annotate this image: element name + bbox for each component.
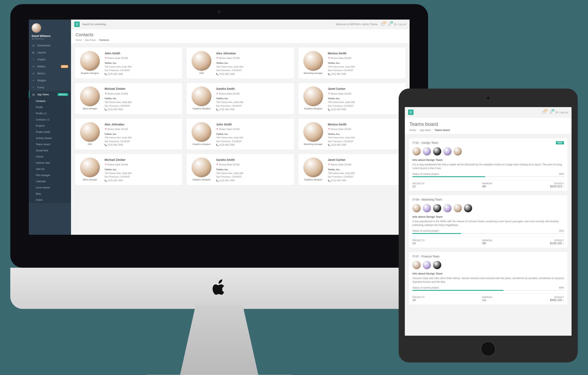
user-role[interactable]: Art Director	[32, 37, 68, 40]
team-name: IT-07 - Finance Team	[412, 255, 440, 258]
sidebar-item-widgets[interactable]: ✦Widgets	[29, 77, 71, 84]
sidebar-subitem-blog[interactable]: Blog	[29, 191, 71, 197]
team-member-avatar[interactable]	[433, 147, 441, 155]
bell-notification[interactable]: 8	[388, 22, 391, 26]
projects-label: PROJECTS	[412, 182, 425, 185]
contact-name: Sandra Smith	[216, 158, 243, 162]
sidebar-subitem-profile-v-2[interactable]: Profile v.2	[29, 110, 71, 117]
contact-avatar	[80, 51, 100, 71]
sidebar-item-forms[interactable]: ✎Forms‹	[29, 84, 71, 91]
contact-card[interactable]: Graphics designerJanet CartonRiviera Sta…	[298, 83, 406, 114]
breadcrumb-item[interactable]: App views	[416, 129, 431, 132]
progress-bar	[412, 176, 564, 177]
contact-card[interactable]: Graphics designerJohn SmithRiviera State…	[75, 47, 183, 79]
sidebar-item-mailbox[interactable]: ✉Mailbox16/24	[29, 63, 71, 70]
bell-notification[interactable]: 8	[549, 110, 553, 114]
contact-card[interactable]: Sales managerMichael ZimberRiviera State…	[75, 83, 183, 114]
team-card[interactable]: IT-01 - Design TeamNEWInfo about Design …	[409, 138, 568, 191]
team-members	[412, 261, 564, 269]
sidebar-subitem-project-detail[interactable]: Project detail	[29, 129, 71, 135]
team-member-avatar[interactable]	[423, 147, 431, 155]
nav-label: App Views	[37, 93, 49, 96]
sidebar-item-dashboards[interactable]: ▥Dashboards‹	[29, 42, 71, 49]
sidebar-subitem-file-manager[interactable]: File manager	[29, 172, 71, 178]
sidebar-profile[interactable]: David Williams Art Director	[29, 20, 71, 42]
ipad-device: 16 8 Log out Teams board HomeApp viewsTe…	[399, 88, 578, 363]
sidebar-subitem-calendar[interactable]: Calendar	[29, 178, 71, 184]
contact-card[interactable]: Graphics designerJanet CartonRiviera Sta…	[298, 154, 406, 185]
sidebar-subitem-contacts[interactable]: Contacts	[29, 98, 71, 104]
sidebar-subitem-outlook-view[interactable]: Outlook view	[29, 160, 71, 166]
team-card[interactable]: IT-04 - Marketing TeamInfo about Design …	[409, 195, 568, 248]
projects-label: PROJECTS	[412, 296, 425, 298]
contact-card[interactable]: Marketing managerMonica SmithRiviera Sta…	[298, 118, 406, 150]
contact-card[interactable]: Marketing managerMonica SmithRiviera Sta…	[298, 47, 406, 79]
team-member-avatar[interactable]	[443, 204, 452, 212]
sidebar-subitem-clients[interactable]: Clients	[29, 154, 71, 160]
sidebar-subitem-vote-list[interactable]: Vote list	[29, 166, 71, 172]
contact-address1: 795 Folsom Ave, Suite 600	[328, 136, 355, 140]
contact-phone: (123) 456-7890	[105, 179, 132, 182]
logout-link[interactable]: Log out	[556, 111, 568, 114]
contact-name: Janet Carton	[328, 86, 355, 91]
contact-name: Sandra Smith	[216, 86, 243, 91]
contact-role: Graphics designer	[190, 179, 213, 181]
team-member-avatar[interactable]	[454, 204, 462, 212]
menu-toggle-button[interactable]	[408, 109, 413, 115]
team-name: IT-01 - Design Team	[412, 141, 438, 144]
team-member-avatar[interactable]	[423, 261, 431, 269]
contact-phone: (123) 456-7890	[216, 72, 243, 76]
sidebar-item-metrics[interactable]: ◔Metrics	[29, 70, 71, 77]
team-member-avatar[interactable]	[443, 147, 452, 155]
contact-card[interactable]: Sales managerMichael ZimberRiviera State…	[75, 154, 183, 185]
search-input[interactable]	[82, 23, 136, 26]
team-member-avatar[interactable]	[412, 147, 421, 155]
team-member-avatar[interactable]	[412, 204, 421, 212]
contact-card[interactable]: CEOAlex JohnatanRiviera State 32/106Twit…	[75, 118, 183, 150]
ipad-camera	[487, 97, 489, 99]
sidebar-item-graphs[interactable]: ⇡Graphs	[29, 56, 71, 63]
contact-address1: 795 Folsom Ave, Suite 600	[105, 65, 132, 69]
contact-card[interactable]: Graphics designerSandra SmithRiviera Sta…	[186, 83, 294, 114]
bell-count-badge: 8	[390, 21, 393, 23]
contact-role: Graphics designer	[302, 107, 325, 110]
sidebar-item-app-views[interactable]: ▤App ViewsSPECIAL	[29, 91, 71, 98]
mail-notification[interactable]: 16	[381, 22, 385, 26]
sidebar-subitem-teams-board[interactable]: Teams board	[29, 141, 71, 148]
team-member-avatar[interactable]	[433, 204, 441, 212]
breadcrumb-item[interactable]: Home	[409, 129, 416, 132]
metrics-icon: ◔	[32, 72, 35, 75]
menu-toggle-button[interactable]	[74, 22, 80, 27]
team-member-avatar[interactable]	[464, 204, 472, 212]
sidebar-subitem-projects[interactable]: Projects	[29, 123, 71, 129]
team-members	[412, 147, 564, 155]
contact-card[interactable]: Graphics designerSandra SmithRiviera Sta…	[186, 154, 294, 185]
ipad-home-button[interactable]	[481, 342, 496, 356]
logout-link[interactable]: Log out	[394, 23, 406, 26]
mail-notification[interactable]: 16	[542, 110, 546, 114]
sidebar-subitem-activity-stream[interactable]: Activity stream	[29, 135, 71, 141]
team-member-avatar[interactable]	[433, 261, 441, 269]
budget-label: BUDGET	[550, 296, 564, 298]
contact-card[interactable]: CEOAlex JohnatanRiviera State 32/106Twit…	[186, 47, 294, 79]
breadcrumb-item[interactable]: Home	[75, 39, 82, 41]
sidebar-subitem-social-feed[interactable]: Social feed	[29, 148, 71, 154]
team-member-avatar[interactable]	[412, 261, 421, 269]
team-description: Uncover many web sites still in their in…	[412, 276, 564, 284]
breadcrumb-item[interactable]: App Views	[82, 39, 96, 41]
contact-role: CEO	[190, 72, 213, 74]
topbar: Welcome to INSPINIA+ Admin Theme. 16 8 L…	[71, 20, 410, 29]
sidebar-subitem-article[interactable]: Article	[29, 197, 71, 203]
sidebar-subitem-contacts-v-2[interactable]: Contacts v.2	[29, 117, 71, 123]
team-card[interactable]: IT-07 - Finance TeamInfo about Design Te…	[409, 252, 568, 305]
team-member-avatar[interactable]	[454, 147, 462, 155]
sidebar-subitem-profile[interactable]: Profile	[29, 104, 71, 110]
sidebar-item-layouts[interactable]: ◧Layouts	[29, 49, 71, 56]
ipad-topbar: 16 8 Log out	[405, 107, 572, 118]
sidebar-subitem-issue-tracker[interactable]: Issue tracker	[29, 184, 71, 191]
projects-value: 12	[412, 185, 425, 188]
contact-name: Michael Zimber	[105, 86, 132, 91]
contact-card[interactable]: Graphics designerJohn SmithRiviera State…	[186, 118, 294, 150]
imac-stand	[180, 305, 258, 375]
team-member-avatar[interactable]	[423, 204, 431, 212]
